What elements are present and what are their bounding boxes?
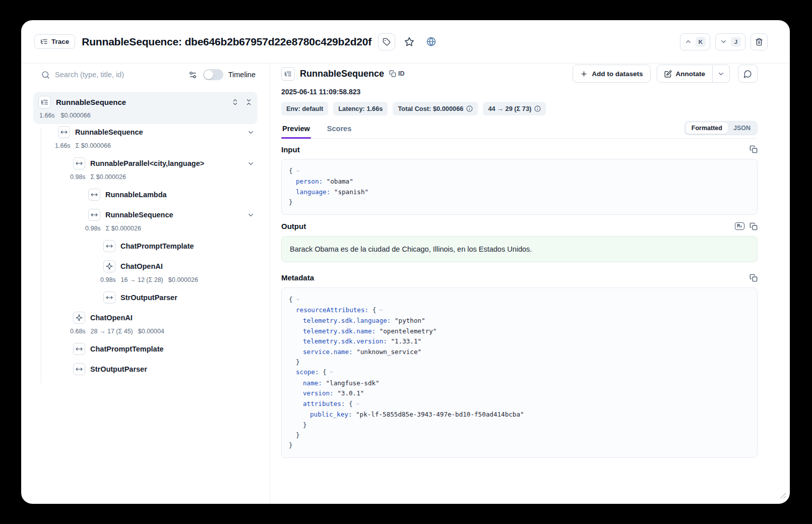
tree-node-chatprompttemplate[interactable]: ChatPromptTemplate: [33, 341, 258, 357]
span-icon: [73, 343, 85, 355]
tree-node-label: RunnableSequence: [105, 211, 173, 219]
format-option-json[interactable]: JSON: [728, 123, 756, 134]
metadata-section-title: Metadata: [281, 273, 314, 282]
tree-node-label: RunnableSequence: [75, 128, 143, 136]
tree-node-metrics: 0.98sΣ $0.000026: [33, 171, 258, 183]
tag-icon: [383, 38, 391, 46]
chevron-down-icon: [720, 38, 727, 45]
tree-node-metrics: 0.98sΣ $0.000026: [33, 223, 258, 234]
timestamp: 2025-06-11 11:09:58.823: [281, 88, 758, 96]
copy-id-button[interactable]: ID: [389, 70, 405, 77]
tree-node-runnablesequence[interactable]: RunnableSequence: [33, 124, 258, 140]
trace-chip-label: Trace: [51, 38, 69, 45]
chevron-down-icon: [717, 70, 725, 78]
output-section-title: Output: [281, 222, 306, 230]
code-line: telemetry.sdk.version: "1.33.1": [289, 336, 750, 346]
resize-handle[interactable]: [780, 492, 786, 501]
span-icon: [103, 240, 115, 252]
filter-icon[interactable]: [189, 71, 197, 79]
observation-actions: Add to datasets Annotate: [573, 65, 758, 83]
tree-node-runnablelambda[interactable]: RunnableLambda: [33, 187, 258, 203]
tree-controls: [231, 98, 253, 106]
span-icon: [73, 363, 85, 375]
chevron-up-icon: [684, 38, 692, 45]
share-button[interactable]: [423, 34, 439, 49]
code-line: }: [289, 357, 750, 367]
tree-node: ChatPromptTemplate: [33, 341, 258, 357]
tree-node-stroutputparser[interactable]: StrOutputParser: [33, 289, 258, 306]
tree-node-label: StrOutputParser: [120, 294, 177, 302]
tree-node-label: StrOutputParser: [90, 365, 147, 373]
collapse-caret-icon[interactable]: [355, 399, 360, 410]
tag-button[interactable]: [378, 33, 395, 50]
chevron-down-icon[interactable]: [247, 129, 255, 136]
copy-metadata-button[interactable]: [749, 274, 758, 282]
collapse-caret-icon[interactable]: [379, 306, 384, 316]
next-trace-button[interactable]: J: [715, 33, 745, 50]
tree-node-label: ChatOpenAI: [120, 262, 163, 270]
delete-trace-button[interactable]: [751, 33, 768, 50]
tree-node-metrics: 0.68s28 → 17 (Σ 45)$0.00004: [33, 326, 258, 337]
kbd-j: J: [731, 37, 741, 47]
code-line: person: "obama": [289, 177, 750, 187]
add-to-datasets-button[interactable]: Add to datasets: [573, 65, 650, 83]
observation-header: RunnableSequence ID Add to datasets Anno…: [281, 64, 758, 84]
tree-node: StrOutputParser: [33, 289, 258, 306]
generation-icon: [103, 260, 115, 272]
tree-node-runnablesequence[interactable]: RunnableSequence: [33, 207, 258, 223]
metric-badge: Latency: 1.66s: [333, 102, 388, 115]
comments-button[interactable]: [738, 65, 758, 83]
tree-node-runnableparallel-city-language-[interactable]: RunnableParallel<city,language>: [33, 155, 258, 171]
code-line: telemetry.sdk.name: "opentelemetry": [289, 326, 750, 336]
tab-scores[interactable]: Scores: [326, 121, 352, 138]
metric-badge: 44 → 29 (Σ 73): [483, 102, 546, 115]
markdown-toggle-button[interactable]: M↓: [735, 222, 744, 230]
annotate-button[interactable]: Annotate: [657, 65, 713, 83]
input-json: {person: "obama"language: "spanish"}: [281, 159, 758, 215]
chevron-down-icon[interactable]: [247, 211, 255, 219]
trace-sidebar: Timeline RunnableSequence 1.66s $0.00006…: [21, 64, 270, 504]
tree-node-metrics: 1.66sΣ $0.000066: [33, 140, 258, 151]
root-duration: 1.66s: [39, 112, 55, 119]
collapse-caret-icon[interactable]: [295, 295, 300, 305]
search-input[interactable]: [55, 71, 183, 79]
expand-all-icon[interactable]: [231, 98, 239, 106]
span-icon: [88, 209, 100, 221]
copy-input-button[interactable]: [749, 145, 758, 153]
format-option-formatted[interactable]: Formatted: [686, 123, 728, 134]
collapse-caret-icon[interactable]: [329, 368, 334, 378]
output-content: Barack Obama es de la ciudad de Chicago,…: [281, 236, 758, 262]
star-button[interactable]: [402, 34, 417, 49]
tab-row: PreviewScores FormattedJSON: [281, 121, 758, 139]
content-area: Timeline RunnableSequence 1.66s $0.00006…: [21, 64, 790, 504]
trace-root-row: RunnableSequence: [38, 96, 253, 108]
collapse-all-icon[interactable]: [245, 98, 253, 106]
badge-row: Env: defaultLatency: 1.66sTotal Cost: $0…: [281, 102, 758, 115]
annotate-dropdown-button[interactable]: [713, 65, 730, 83]
prev-trace-button[interactable]: K: [680, 33, 710, 50]
timeline-label: Timeline: [228, 71, 256, 79]
span-icon: [103, 292, 115, 304]
trace-root-node[interactable]: RunnableSequence 1.66s $0.000066: [33, 92, 258, 124]
copy-output-button[interactable]: [749, 222, 758, 230]
observation-panel: RunnableSequence ID Add to datasets Anno…: [270, 64, 790, 504]
chevron-down-icon[interactable]: [247, 160, 255, 167]
code-line: public_key: "pk-lf-5855d85e-3943-497e-bd…: [289, 410, 750, 420]
trash-icon: [755, 38, 763, 46]
code-line: attributes: {: [289, 399, 750, 410]
pencil-square-icon: [664, 70, 672, 78]
tree-node-chatprompttemplate[interactable]: ChatPromptTemplate: [33, 238, 258, 254]
tree-node-label: RunnableParallel<city,language>: [90, 159, 204, 167]
annotate-split-button: Annotate: [657, 65, 730, 83]
trace-root-metrics: 1.66s $0.000066: [38, 111, 253, 119]
tree-node-chatopenai[interactable]: ChatOpenAI: [33, 310, 258, 326]
copy-icon: [389, 70, 396, 77]
output-section-header: Output M↓: [281, 222, 758, 231]
tree-node-chatopenai[interactable]: ChatOpenAI: [33, 258, 258, 274]
tree-node-stroutputparser[interactable]: StrOutputParser: [33, 361, 258, 377]
timeline-toggle[interactable]: [203, 69, 223, 80]
tab-preview[interactable]: Preview: [281, 121, 311, 138]
input-section-header: Input: [281, 145, 758, 154]
collapse-caret-icon[interactable]: [295, 166, 300, 177]
star-icon: [404, 37, 414, 47]
